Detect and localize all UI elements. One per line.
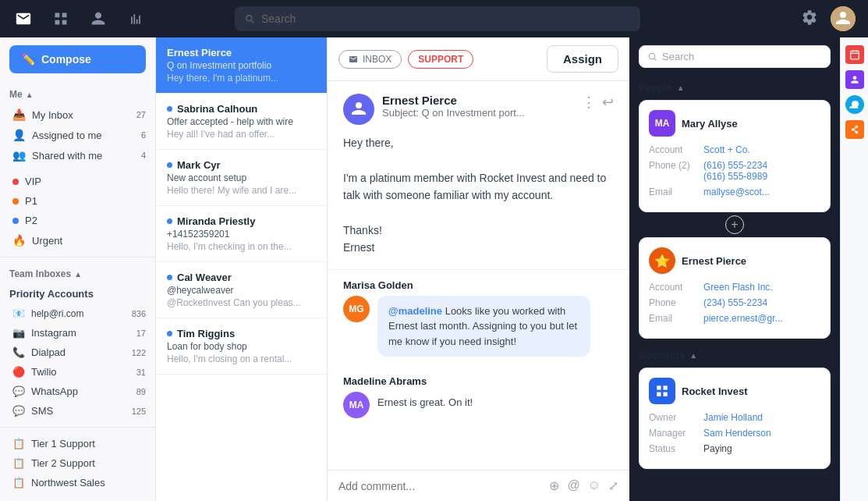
tier2-icon: 📋 xyxy=(12,457,25,469)
instagram-item[interactable]: 📷 Instagram 17 xyxy=(0,323,155,343)
add-person-button[interactable]: + xyxy=(725,215,744,234)
email-message: Ernest Pierce Subject: Q on Investment p… xyxy=(328,81,629,270)
chat-avatar-1: MA xyxy=(343,392,370,418)
tier1-item[interactable]: 📋 Tier 1 Support xyxy=(0,434,155,453)
compose-icon: ✏️ xyxy=(22,53,35,66)
hubspot-icon[interactable] xyxy=(845,120,864,139)
right-search-input[interactable] xyxy=(662,51,822,62)
assigned-icon: 👤 xyxy=(12,129,26,141)
me-section: Me ▲ 📥 My Inbox 27 👤 Assigned to me 6 👥 … xyxy=(0,81,155,169)
whatsapp-item[interactable]: 💬 WhatsApp 89 xyxy=(0,382,155,401)
conv-item-1[interactable]: Sabrina Calhoun Offer accepted - help wi… xyxy=(156,94,327,150)
assigned-to-me-item[interactable]: 👤 Assigned to me 6 xyxy=(0,125,155,145)
p2-item[interactable]: P2 xyxy=(0,211,155,230)
labels-section: VIP P1 P2 🔥 Urgent xyxy=(0,169,155,254)
account-header-0: Rocket Invest xyxy=(649,378,820,404)
conv-item-0[interactable]: Ernest Pierce Q on Investment portfolio … xyxy=(156,37,327,94)
comment-box: ⊕ @ ☺ ⤢ xyxy=(328,470,629,501)
assign-button[interactable]: Assign xyxy=(547,45,618,73)
conv-preview-1: Hey all! I've had an offer... xyxy=(167,129,316,140)
team-inboxes-section: Team Inboxes ▲ Priority Accounts 📧 help@… xyxy=(0,261,155,424)
emoji-add-icon[interactable]: ⊕ xyxy=(549,478,559,493)
shared-with-me-item[interactable]: 👥 Shared with me 4 xyxy=(0,145,155,165)
vip-item[interactable]: VIP xyxy=(0,172,155,191)
tier2-item[interactable]: 📋 Tier 2 Support xyxy=(0,453,155,473)
emoji-icon[interactable]: ☺ xyxy=(588,478,601,493)
comment-input[interactable] xyxy=(338,480,543,492)
priority-accounts-header[interactable]: Priority Accounts xyxy=(0,284,155,304)
help-ri-item[interactable]: 📧 help@ri.com 836 xyxy=(0,304,155,323)
conv-item-4[interactable]: Cal Weaver @heycalweaver @RocketInvest C… xyxy=(156,262,327,318)
northwest-item[interactable]: 📋 Northwest Sales xyxy=(0,473,155,492)
dialpad-item[interactable]: 📞 Dialpad 122 xyxy=(0,343,155,362)
email-sender-info: Ernest Pierce Subject: Q on Investment p… xyxy=(382,94,574,119)
left-sidebar: ✏️ Compose Me ▲ 📥 My Inbox 27 👤 Assigned… xyxy=(0,37,156,501)
conv-item-2[interactable]: Mark Cyr New account setup Hello there! … xyxy=(156,150,327,206)
conv-subject-1: Offer accepted - help with wire xyxy=(167,116,316,127)
svg-point-2 xyxy=(649,53,655,59)
search-input[interactable] xyxy=(261,12,631,25)
contacts-side-icon[interactable] xyxy=(845,70,864,89)
sender-avatar xyxy=(343,94,374,125)
inbox-nav-icon[interactable] xyxy=(12,8,34,30)
whatsapp-icon: 💬 xyxy=(12,386,25,397)
svg-line-11 xyxy=(854,128,856,130)
account-owner-row: Owner Jamie Holland xyxy=(649,412,820,423)
my-inbox-item[interactable]: 📥 My Inbox 27 xyxy=(0,105,155,125)
conv-subject-2: New account setup xyxy=(167,172,316,183)
people-section-title[interactable]: People ▲ xyxy=(629,76,840,97)
p1-item[interactable]: P1 xyxy=(0,191,155,211)
sms-item[interactable]: 💬 SMS 125 xyxy=(0,401,155,421)
svg-point-0 xyxy=(831,6,856,31)
conv-preview-3: Hello, I'm checking in on the... xyxy=(167,241,316,252)
more-options-icon[interactable]: ⋮ xyxy=(582,94,596,111)
reply-icon[interactable]: ↩ xyxy=(602,94,614,111)
online-dot-2 xyxy=(167,162,172,168)
conv-item-5[interactable]: Tim Riggins Loan for body shop Hello, I'… xyxy=(156,318,327,375)
person-nav-icon[interactable] xyxy=(87,8,109,30)
me-section-header[interactable]: Me ▲ xyxy=(0,84,155,105)
settings-icon[interactable] xyxy=(801,9,818,30)
instagram-icon: 📷 xyxy=(12,327,25,339)
mention-icon[interactable]: @ xyxy=(567,478,579,493)
email-channel-icon: 📧 xyxy=(12,307,25,319)
inbox-icon: 📥 xyxy=(12,108,26,121)
conv-name-3: Miranda Priestly xyxy=(167,215,316,227)
right-panel: People ▲ MA Mary Allyse Account Scott + … xyxy=(629,37,840,501)
calendar-icon[interactable] xyxy=(845,45,864,64)
northwest-icon: 📋 xyxy=(12,477,25,489)
sidebar-divider xyxy=(0,257,155,258)
conv-item-3[interactable]: Miranda Priestly +14152359201 Hello, I'm… xyxy=(156,206,327,262)
comment-actions: ⊕ @ ☺ ⤢ xyxy=(549,478,618,493)
accounts-section-title[interactable]: Accounts ▲ xyxy=(629,343,840,364)
shared-icon: 👥 xyxy=(12,149,26,162)
twilio-icon: 🔴 xyxy=(12,366,25,378)
conv-name-2: Mark Cyr xyxy=(167,159,316,171)
compose-button[interactable]: ✏️ Compose xyxy=(9,45,146,73)
conv-subject-3: +14152359201 xyxy=(167,229,316,240)
urgent-item[interactable]: 🔥 Urgent xyxy=(0,230,155,250)
right-search-bar[interactable] xyxy=(639,45,831,68)
grid-nav-icon[interactable] xyxy=(50,8,72,30)
online-dot-4 xyxy=(167,275,172,280)
expand-icon[interactable]: ⤢ xyxy=(608,478,618,493)
sms-icon: 💬 xyxy=(12,405,25,417)
conversation-header: INBOX SUPPORT Assign xyxy=(328,37,629,81)
svg-line-12 xyxy=(854,130,856,132)
p2-dot xyxy=(12,218,19,224)
salesforce-icon[interactable] xyxy=(845,95,864,114)
chart-nav-icon[interactable] xyxy=(125,8,147,30)
conversation-list: Ernest Pierce Q on Investment portfolio … xyxy=(156,37,328,501)
inbox-tag[interactable]: INBOX xyxy=(338,50,402,69)
support-tag[interactable]: SUPPORT xyxy=(408,50,473,69)
team-inboxes-header[interactable]: Team Inboxes ▲ xyxy=(0,264,155,284)
conv-name-0: Ernest Pierce xyxy=(167,47,316,59)
top-search-bar[interactable] xyxy=(235,6,640,31)
chat-sender-1: Madeline Abrams xyxy=(343,375,614,387)
conversation-body: Ernest Pierce Subject: Q on Investment p… xyxy=(328,81,629,470)
chat-bubble-0: @madeline Looks like you worked with Ern… xyxy=(377,296,590,357)
account-card-0: Rocket Invest Owner Jamie Holland Manage… xyxy=(639,368,831,469)
email-header: Ernest Pierce Subject: Q on Investment p… xyxy=(343,94,614,125)
twilio-item[interactable]: 🔴 Twilio 31 xyxy=(0,362,155,382)
user-avatar[interactable] xyxy=(831,6,856,31)
